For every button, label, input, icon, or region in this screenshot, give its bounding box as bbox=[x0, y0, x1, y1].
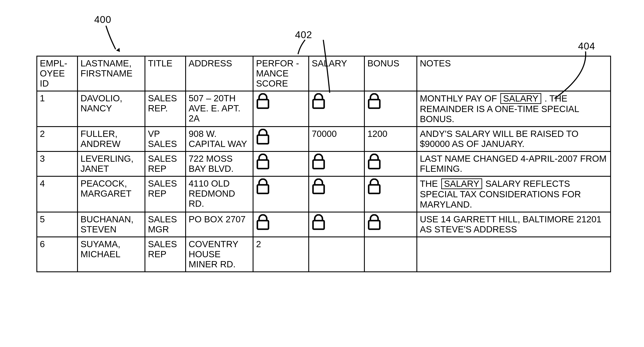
col-addr: ADDRESS bbox=[186, 56, 253, 91]
table-row: 2FULLER, ANDREWVP SALES908 W. CAPITAL WA… bbox=[37, 127, 610, 151]
cell-notes: LAST NAME CHANGED 4-APRIL-2007 FROM FLEM… bbox=[417, 151, 610, 176]
notes-content: ANDY'S SALARY WILL BE RAISED TO $90000 A… bbox=[420, 129, 578, 149]
col-name: LASTNAME, FIRSTNAME bbox=[78, 56, 145, 91]
lock-icon bbox=[368, 93, 414, 110]
cell-salary bbox=[309, 237, 364, 272]
svg-rect-10 bbox=[257, 221, 268, 229]
notes-content: THE SALARY SALARY REFLECTS SPECIAL TAX C… bbox=[420, 179, 581, 209]
notes-content: LAST NAME CHANGED 4-APRIL-2007 FROM FLEM… bbox=[420, 154, 606, 174]
cell-notes: ANDY'S SALARY WILL BE RAISED TO $90000 A… bbox=[417, 127, 610, 151]
cell-bonus: 1200 bbox=[364, 127, 417, 151]
svg-rect-8 bbox=[313, 185, 324, 193]
cell-id: 2 bbox=[37, 127, 78, 151]
col-perf: PERFOR -MANCE SCORE bbox=[253, 56, 309, 91]
cell-bonus bbox=[364, 212, 417, 237]
cell-addr: 722 MOSS BAY BLVD. bbox=[186, 151, 253, 176]
cell-bonus bbox=[364, 151, 417, 176]
cell-name: BUCHANAN, STEVEN bbox=[78, 212, 145, 237]
cell-title: SALES MGR bbox=[145, 212, 186, 237]
lock-icon bbox=[256, 214, 306, 230]
lock-icon bbox=[312, 93, 362, 110]
col-title: TITLE bbox=[145, 56, 186, 91]
col-salary: SALARY bbox=[309, 56, 364, 91]
table-row: 5BUCHANAN, STEVENSALES MGRPO BOX 2707 US… bbox=[37, 212, 610, 237]
svg-rect-7 bbox=[257, 185, 268, 193]
cell-perf bbox=[253, 127, 309, 151]
lock-icon bbox=[312, 214, 362, 230]
svg-rect-1 bbox=[313, 100, 324, 108]
lock-icon bbox=[256, 129, 306, 145]
lock-icon bbox=[312, 154, 362, 170]
cell-id: 4 bbox=[37, 176, 78, 212]
cell-title: SALES REP bbox=[145, 151, 186, 176]
svg-rect-12 bbox=[369, 221, 380, 229]
lock-icon bbox=[256, 154, 306, 170]
cell-addr: PO BOX 2707 bbox=[186, 212, 253, 237]
cell-salary: 70000 bbox=[309, 127, 364, 151]
svg-rect-0 bbox=[257, 100, 268, 108]
cell-id: 3 bbox=[37, 151, 78, 176]
notes-content: MONTHLY PAY OF SALARY . THE REMAINDER IS… bbox=[420, 93, 579, 124]
lock-icon bbox=[256, 93, 306, 110]
ref-leader-400 bbox=[94, 24, 120, 54]
cell-bonus bbox=[364, 176, 417, 212]
cell-perf bbox=[253, 91, 309, 127]
cell-addr: COVENTRY HOUSE MINER RD. bbox=[186, 237, 253, 272]
cell-name: DAVOLIO, NANCY bbox=[78, 91, 145, 127]
cell-bonus bbox=[364, 237, 417, 272]
cell-notes: THE SALARY SALARY REFLECTS SPECIAL TAX C… bbox=[417, 176, 610, 212]
notes-content: USE 14 GARRETT HILL, BALTIMORE 21201 AS … bbox=[420, 214, 602, 234]
cell-notes: USE 14 GARRETT HILL, BALTIMORE 21201 AS … bbox=[417, 212, 610, 237]
col-id: EMPL-OYEE ID bbox=[37, 56, 78, 91]
cell-bonus bbox=[364, 91, 417, 127]
cell-perf: 2 bbox=[253, 237, 309, 272]
svg-rect-3 bbox=[257, 135, 268, 144]
lock-icon bbox=[312, 178, 362, 195]
table-row: 4PEACOCK, MARGARETSALES REP4110 OLD REDM… bbox=[37, 176, 610, 212]
lock-icon bbox=[368, 214, 414, 230]
employee-table: EMPL-OYEE ID LASTNAME, FIRSTNAME TITLE A… bbox=[36, 56, 611, 272]
cell-title: VP SALES bbox=[145, 127, 186, 151]
svg-rect-11 bbox=[313, 221, 324, 229]
cell-salary bbox=[309, 212, 364, 237]
cell-notes: MONTHLY PAY OF SALARY . THE REMAINDER IS… bbox=[417, 91, 610, 127]
cell-title: SALES REP. bbox=[145, 91, 186, 127]
cell-salary bbox=[309, 91, 364, 127]
lock-icon bbox=[256, 178, 306, 195]
cell-perf bbox=[253, 212, 309, 237]
table-row: 3LEVERLING, JANETSALES REP722 MOSS BAY B… bbox=[37, 151, 610, 176]
col-notes: NOTES bbox=[417, 56, 610, 91]
cell-addr: 908 W. CAPITAL WAY bbox=[186, 127, 253, 151]
cell-name: LEVERLING, JANET bbox=[78, 151, 145, 176]
svg-rect-5 bbox=[313, 160, 324, 169]
col-bonus: BONUS bbox=[364, 56, 417, 91]
cell-title: SALES REP bbox=[145, 176, 186, 212]
cell-id: 1 bbox=[37, 91, 78, 127]
svg-rect-9 bbox=[369, 185, 380, 193]
cell-notes bbox=[417, 237, 610, 272]
table-row: 6SUYAMA, MICHAELSALES REPCOVENTRY HOUSE … bbox=[37, 237, 610, 272]
cell-salary bbox=[309, 176, 364, 212]
cell-perf bbox=[253, 176, 309, 212]
cell-id: 5 bbox=[37, 212, 78, 237]
cell-name: PEACOCK, MARGARET bbox=[78, 176, 145, 212]
redacted-token: SALARY bbox=[500, 93, 541, 104]
svg-rect-2 bbox=[369, 100, 380, 108]
table-row: 1DAVOLIO, NANCYSALES REP.507 – 20TH AVE.… bbox=[37, 91, 610, 127]
cell-name: FULLER, ANDREW bbox=[78, 127, 145, 151]
cell-addr: 4110 OLD REDMOND RD. bbox=[186, 176, 253, 212]
cell-perf bbox=[253, 151, 309, 176]
cell-name: SUYAMA, MICHAEL bbox=[78, 237, 145, 272]
redacted-token: SALARY bbox=[441, 178, 482, 189]
cell-salary bbox=[309, 151, 364, 176]
lock-icon bbox=[368, 154, 414, 170]
cell-id: 6 bbox=[37, 237, 78, 272]
svg-rect-4 bbox=[257, 160, 268, 169]
cell-title: SALES REP bbox=[145, 237, 186, 272]
employee-table-figure: EMPL-OYEE ID LASTNAME, FIRSTNAME TITLE A… bbox=[36, 56, 610, 272]
svg-rect-6 bbox=[369, 160, 380, 169]
table-header-row: EMPL-OYEE ID LASTNAME, FIRSTNAME TITLE A… bbox=[37, 56, 610, 91]
cell-addr: 507 – 20TH AVE. E. APT. 2A bbox=[186, 91, 253, 127]
lock-icon bbox=[368, 178, 414, 195]
